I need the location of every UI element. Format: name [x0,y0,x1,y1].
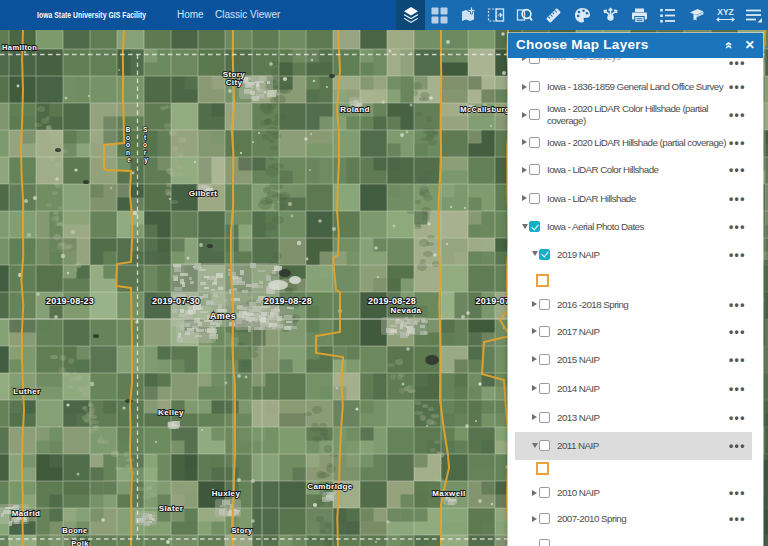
svg-text:Polk: Polk [71,539,89,546]
svg-text:Huxley: Huxley [212,489,241,498]
svg-text:Maxwell: Maxwell [432,489,465,498]
svg-text:Boone: Boone [62,526,87,535]
svg-text:2019-08-28: 2019-08-28 [264,296,312,306]
svg-text:Madrid: Madrid [12,509,41,518]
svg-text:2019-07-30: 2019-07-30 [152,296,200,306]
svg-text:2019-08-23: 2019-08-23 [46,296,94,306]
svg-text:Story: Story [231,526,253,535]
svg-text:2019-08-28: 2019-08-28 [368,296,416,306]
svg-text:Roland: Roland [340,105,370,114]
svg-text:Nevada: Nevada [391,306,422,315]
svg-text:Luther: Luther [13,387,40,396]
svg-text:Cambridge: Cambridge [307,482,353,491]
svg-text:Ames: Ames [210,311,236,321]
svg-text:Kelley: Kelley [158,408,184,417]
svg-text:Gilbert: Gilbert [189,189,218,198]
svg-text:XYZ: XYZ [717,7,734,17]
svg-text:City: City [226,78,243,87]
svg-text:McCallsburg: McCallsburg [460,105,509,114]
svg-text:Hamilton: Hamilton [2,43,37,52]
svg-text:Slater: Slater [159,504,184,513]
